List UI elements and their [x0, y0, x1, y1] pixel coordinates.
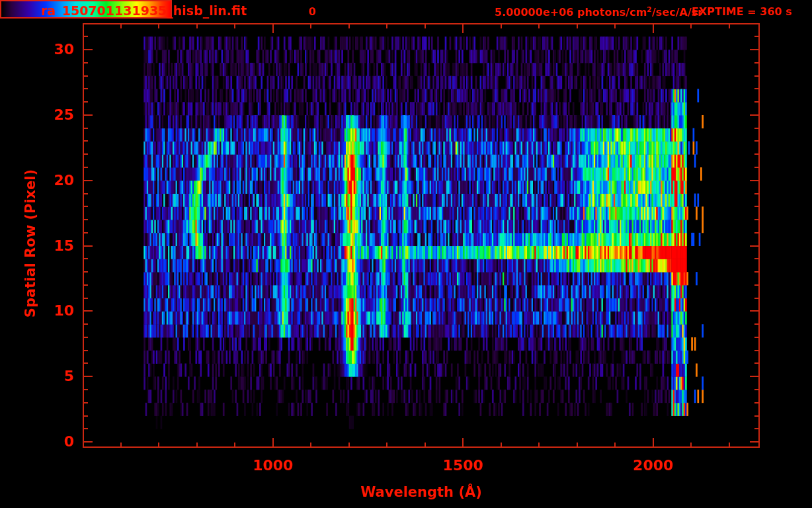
y-minor-tick [754, 206, 758, 207]
x-minor-tick [729, 443, 730, 446]
x-axis-title: Wavelength (Å) [289, 484, 553, 500]
x-minor-tick [386, 24, 387, 28]
y-minor-tick [84, 140, 88, 142]
y-minor-tick [754, 284, 758, 286]
y-minor-tick [84, 232, 88, 233]
y-major-tick [750, 245, 758, 247]
y-major-tick [84, 376, 93, 377]
y-major-tick [750, 114, 758, 116]
y-minor-tick [754, 298, 758, 299]
x-minor-tick [348, 24, 350, 28]
y-minor-tick [754, 428, 758, 429]
x-minor-tick [196, 443, 198, 446]
y-minor-tick [754, 232, 758, 233]
y-tick-label: 0 [25, 433, 74, 450]
y-minor-tick [754, 323, 758, 325]
y-minor-tick [84, 323, 88, 325]
x-minor-tick [310, 24, 311, 28]
y-major-tick [84, 49, 93, 50]
x-minor-tick [310, 443, 311, 446]
colorbar-units-prefix: 5.00000e+06 photons/cm [495, 6, 647, 19]
x-minor-tick [538, 24, 540, 28]
y-minor-tick [84, 206, 88, 207]
x-tick-label: 1000 [233, 457, 313, 474]
x-minor-tick [120, 443, 122, 446]
y-minor-tick [754, 101, 758, 103]
y-minor-tick [84, 350, 88, 351]
x-minor-tick [158, 24, 159, 28]
y-minor-tick [754, 337, 758, 338]
y-minor-tick [754, 219, 758, 220]
colorbar-max-label: 5.00000e+06 photons/cm2/sec/A/sr [495, 5, 703, 19]
y-minor-tick [754, 128, 758, 129]
y-minor-tick [754, 258, 758, 259]
y-major-tick [750, 376, 758, 377]
y-minor-tick [84, 298, 88, 299]
y-tick-label: 30 [25, 41, 74, 58]
y-major-tick [84, 441, 93, 443]
y-major-tick [750, 441, 758, 443]
x-minor-tick [425, 24, 426, 28]
y-minor-tick [84, 88, 88, 89]
y-minor-tick [754, 402, 758, 403]
x-minor-tick [348, 443, 350, 446]
y-minor-tick [754, 167, 758, 168]
x-minor-tick [425, 443, 426, 446]
y-minor-tick [84, 75, 88, 77]
x-minor-tick [120, 24, 122, 28]
y-minor-tick [84, 167, 88, 168]
y-major-tick [750, 49, 758, 50]
y-minor-tick [754, 415, 758, 417]
y-major-tick [750, 180, 758, 181]
x-major-tick [272, 24, 274, 33]
y-major-tick [84, 245, 93, 247]
x-minor-tick [501, 443, 502, 446]
y-minor-tick [84, 193, 88, 194]
x-minor-tick [386, 443, 387, 446]
y-minor-tick [754, 75, 758, 77]
x-major-tick [272, 438, 274, 446]
colorbar-min-label: 0 [288, 5, 316, 18]
x-minor-tick [690, 443, 692, 446]
y-axis-title: Spatial Row (Pixel) [22, 169, 38, 318]
x-minor-tick [234, 443, 235, 446]
y-minor-tick [84, 402, 88, 403]
x-major-tick [462, 24, 464, 33]
spectral-heatmap-image [0, 0, 812, 508]
y-tick-label: 25 [25, 106, 74, 124]
y-minor-tick [84, 153, 88, 155]
y-minor-tick [84, 101, 88, 103]
x-tick-label: 1500 [423, 457, 503, 474]
y-minor-tick [754, 271, 758, 273]
y-minor-tick [754, 389, 758, 390]
y-minor-tick [84, 362, 88, 364]
y-minor-tick [84, 271, 88, 273]
y-minor-tick [754, 193, 758, 194]
x-minor-tick [690, 24, 692, 28]
x-minor-tick [729, 24, 730, 28]
x-minor-tick [614, 443, 616, 446]
y-minor-tick [754, 36, 758, 37]
x-minor-tick [196, 24, 198, 28]
y-minor-tick [84, 284, 88, 286]
x-minor-tick [234, 24, 235, 28]
y-minor-tick [84, 219, 88, 220]
y-minor-tick [754, 153, 758, 155]
y-minor-tick [754, 362, 758, 364]
x-minor-tick [501, 24, 502, 28]
x-tick-label: 2000 [614, 457, 693, 474]
x-minor-tick [614, 24, 616, 28]
y-minor-tick [84, 36, 88, 37]
y-minor-tick [84, 258, 88, 259]
x-minor-tick [158, 443, 159, 446]
y-major-tick [750, 310, 758, 312]
y-major-tick [84, 114, 93, 116]
x-major-tick [653, 438, 654, 446]
y-minor-tick [754, 140, 758, 142]
x-minor-tick [577, 24, 578, 28]
spectral-quicklook-window: ra_150701131935_hisb_lin.fit 0 5.00000e+… [0, 0, 812, 508]
y-minor-tick [84, 62, 88, 64]
x-minor-tick [538, 443, 540, 446]
y-minor-tick [84, 337, 88, 338]
y-minor-tick [754, 350, 758, 351]
